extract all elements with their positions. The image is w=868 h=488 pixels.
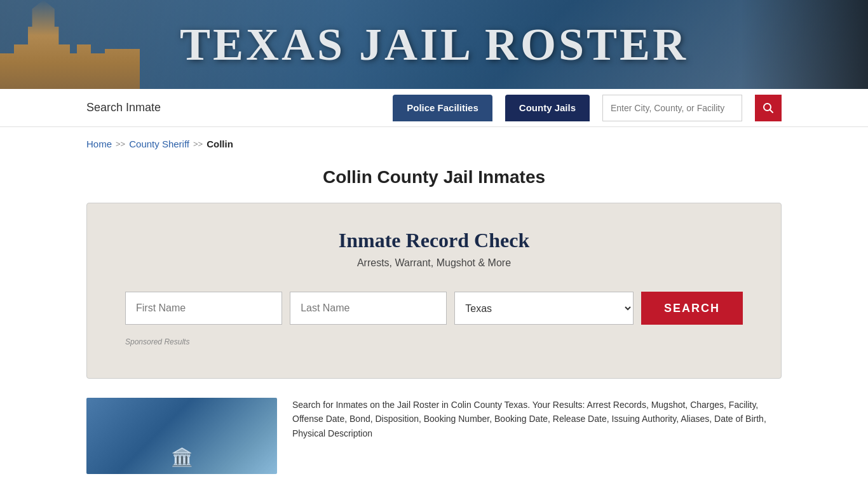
svg-line-1 <box>770 109 773 112</box>
nav-search-label: Search Inmate <box>86 101 161 114</box>
search-icon <box>763 102 774 114</box>
record-check-subtitle: Arrests, Warrant, Mugshot & More <box>125 257 743 269</box>
facility-search-input[interactable] <box>602 95 742 121</box>
page-title-wrap: Collin County Jail Inmates <box>0 161 868 203</box>
first-name-input[interactable] <box>125 292 282 325</box>
county-jails-button[interactable]: County Jails <box>505 95 590 121</box>
police-facilities-button[interactable]: Police Facilities <box>393 95 492 121</box>
bottom-image-icon: 🏛️ <box>171 447 193 468</box>
navbar: Search Inmate Police Facilities County J… <box>0 89 868 127</box>
breadcrumb-sep1: >> <box>116 139 125 149</box>
breadcrumb-current: Collin <box>207 139 233 149</box>
nav-search-button[interactable] <box>755 95 782 121</box>
bottom-description: Search for Inmates on the Jail Roster in… <box>292 398 782 440</box>
bottom-section: 🏛️ Search for Inmates on the Jail Roster… <box>86 398 782 474</box>
bottom-image: 🏛️ <box>86 398 277 474</box>
state-select[interactable]: AlabamaAlaskaArizonaArkansasCaliforniaCo… <box>454 292 634 325</box>
sponsored-label: Sponsored Results <box>125 337 743 346</box>
last-name-input[interactable] <box>290 292 447 325</box>
site-title: Texas Jail Roster <box>180 18 688 71</box>
keys-silhouette <box>741 0 868 89</box>
record-search-button[interactable]: SEARCH <box>641 292 743 325</box>
record-form-row: AlabamaAlaskaArizonaArkansasCaliforniaCo… <box>125 292 743 325</box>
page-title: Collin County Jail Inmates <box>0 167 868 187</box>
record-check-box: Inmate Record Check Arrests, Warrant, Mu… <box>86 203 782 379</box>
breadcrumb: Home >> County Sheriff >> Collin <box>0 127 868 161</box>
record-check-title: Inmate Record Check <box>125 229 743 252</box>
breadcrumb-county-sheriff[interactable]: County Sheriff <box>129 139 189 149</box>
breadcrumb-home[interactable]: Home <box>86 139 112 149</box>
breadcrumb-sep2: >> <box>193 139 203 149</box>
header-banner: Texas Jail Roster <box>0 0 868 89</box>
